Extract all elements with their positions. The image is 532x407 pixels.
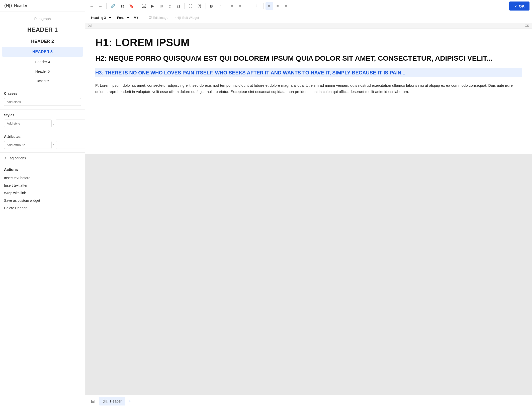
fullscreen-button[interactable]: ⛶: [187, 2, 194, 10]
special-char-button[interactable]: Ω: [175, 2, 182, 10]
tag-options-label: Tag options: [8, 156, 26, 160]
indent-dec-button[interactable]: ⊣: [245, 2, 253, 10]
layout-icon-button[interactable]: ⊞: [89, 397, 97, 405]
editor-paragraph: P: Lorem ipsum dolor sit amet, consectet…: [95, 82, 522, 95]
style-key-input[interactable]: [4, 120, 52, 127]
tag-options[interactable]: ∧ Tag options: [0, 153, 85, 164]
ok-checkmark: ✓: [514, 4, 517, 8]
nav-item-header6[interactable]: Header 6: [2, 76, 83, 85]
separator-3: [184, 3, 185, 9]
actions-section: Actions Insert text before Insert text a…: [0, 164, 85, 215]
indent-inc-button[interactable]: ⊢: [254, 2, 261, 10]
header-icon: ⟨H|⟩: [4, 3, 12, 9]
image-button[interactable]: 🖼: [140, 2, 148, 10]
separator-1: [106, 3, 107, 9]
separator-5: [226, 3, 226, 9]
attributes-section: Attributes :: [0, 131, 85, 153]
tag-options-icon: ∧: [4, 156, 7, 160]
classes-input[interactable]: [4, 98, 81, 106]
styles-title: Styles: [4, 113, 81, 117]
action-save-as-custom-widget[interactable]: Save as custom widget: [4, 197, 81, 204]
ol-button[interactable]: ≡: [228, 2, 236, 10]
edit-widget-label: Edit Widget: [182, 16, 199, 20]
bookmark-button[interactable]: 🔖: [127, 2, 136, 10]
align-right-button[interactable]: ≡: [283, 2, 290, 10]
media-button[interactable]: ▶: [149, 2, 156, 10]
action-wrap-with-link[interactable]: Wrap with link: [4, 189, 81, 197]
heading-select[interactable]: Heading 3: [88, 14, 112, 21]
attribute-key-input[interactable]: [4, 141, 52, 149]
table-button[interactable]: ⊞: [157, 2, 165, 10]
attribute-val-input[interactable]: [56, 141, 85, 149]
second-toolbar: Heading 3 Font A▾ 🖼 Edit image ⟨H|⟩ Edit…: [85, 12, 532, 23]
italic-button[interactable]: I: [216, 2, 224, 10]
style-val-input[interactable]: [56, 120, 85, 127]
attribute-colon: :: [53, 143, 54, 147]
editor-wrapper: XS XS H1: LOREM IPSUM H2: NEQUE PORRO QU…: [85, 23, 532, 395]
source-button[interactable]: ⟨/⟩: [195, 2, 203, 10]
edit-image-button: 🖼 Edit image: [146, 14, 171, 21]
sidebar-header: ⟨H|⟩ Header: [0, 0, 85, 12]
ok-button[interactable]: ✓ OK: [509, 2, 530, 11]
styles-section: Styles :: [0, 110, 85, 131]
editor-h3: H3: THERE IS NO ONE WHO LOVES PAIN ITSEL…: [95, 68, 522, 77]
action-insert-text-before[interactable]: Insert text before: [4, 174, 81, 182]
attributes-row: :: [4, 141, 81, 149]
xs-right: XS: [525, 24, 529, 28]
style-colon: :: [53, 122, 54, 126]
emoji-button[interactable]: ☺: [166, 2, 174, 10]
xs-left: XS: [88, 24, 92, 28]
align-center-button[interactable]: ≡: [274, 2, 282, 10]
action-insert-text-after[interactable]: Insert text after: [4, 182, 81, 189]
sidebar-nav: Paragraph HEADER 1 HEADER 2 HEADER 3 Hea…: [0, 12, 85, 88]
widget-icon: ⟨H|⟩: [175, 16, 181, 20]
bottom-tag-label: Header: [110, 399, 122, 403]
nav-item-header5[interactable]: Header 5: [2, 67, 83, 76]
bottom-tag-wrapper: ⟨H|⟩ Header: [99, 397, 127, 405]
action-delete-header[interactable]: Delete Header: [4, 204, 81, 212]
font-select[interactable]: Font: [114, 14, 130, 21]
bottom-tag-arrow: [129, 400, 131, 403]
xs-bar: XS XS: [85, 23, 532, 29]
bottom-bar: ⊞ ⟨H|⟩ Header: [85, 395, 532, 407]
bottom-tag-button[interactable]: ⟨H|⟩ Header: [99, 397, 125, 405]
editor-h2: H2: NEQUE PORRO QUISQUAM EST QUI DOLOREM…: [95, 54, 522, 63]
classes-section: Classes: [0, 88, 85, 110]
link-button[interactable]: 🔗: [109, 2, 117, 10]
editor-content[interactable]: H1: LOREM IPSUM H2: NEQUE PORRO QUISQUAM…: [85, 29, 532, 154]
separator-2: [138, 3, 138, 9]
nav-item-header3[interactable]: HEADER 3: [2, 47, 83, 57]
sidebar-header-title: Header: [14, 4, 27, 8]
sidebar: ⟨H|⟩ Header Paragraph HEADER 1 HEADER 2 …: [0, 0, 85, 407]
redo-button[interactable]: →: [97, 2, 104, 10]
nav-item-header1[interactable]: HEADER 1: [2, 24, 83, 36]
undo-button[interactable]: ←: [88, 2, 96, 10]
nav-item-paragraph[interactable]: Paragraph: [2, 14, 83, 23]
classes-title: Classes: [4, 91, 81, 95]
image-icon: 🖼: [148, 16, 152, 20]
unlink-button[interactable]: ⛓: [118, 2, 126, 10]
ul-button[interactable]: ≡: [237, 2, 244, 10]
bold-button[interactable]: B: [208, 2, 215, 10]
ok-label: OK: [519, 4, 525, 8]
align-left-button[interactable]: ≡: [265, 2, 273, 10]
nav-item-header4[interactable]: Header 4: [2, 57, 83, 66]
nav-item-header2[interactable]: HEADER 2: [2, 36, 83, 47]
text-color-button[interactable]: A▾: [132, 14, 140, 21]
separator-7: [143, 15, 143, 20]
edit-image-label: Edit image: [153, 16, 168, 20]
bottom-tag-icon: ⟨H|⟩: [103, 399, 109, 403]
editor-h1: H1: LOREM IPSUM: [95, 36, 522, 49]
separator-6: [263, 3, 263, 9]
actions-title: Actions: [4, 167, 81, 172]
separator-4: [206, 3, 206, 9]
styles-row: :: [4, 120, 81, 127]
toolbar: ← → 🔗 ⛓ 🔖 🖼 ▶ ⊞ ☺ Ω ⛶ ⟨/⟩ B I ≡ ≡ ⊣ ⊢ ≡ …: [85, 0, 532, 12]
attributes-title: Attributes: [4, 135, 81, 139]
main: ← → 🔗 ⛓ 🔖 🖼 ▶ ⊞ ☺ Ω ⛶ ⟨/⟩ B I ≡ ≡ ⊣ ⊢ ≡ …: [85, 0, 532, 407]
edit-widget-button: ⟨H|⟩ Edit Widget: [172, 14, 202, 21]
